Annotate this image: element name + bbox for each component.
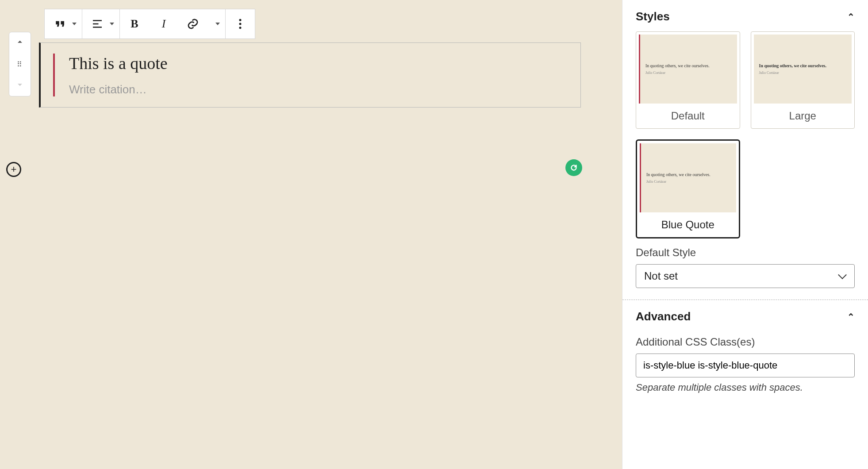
css-classes-label: Additional CSS Class(es) — [636, 336, 855, 348]
grammarly-icon — [569, 163, 579, 173]
style-preview: In quoting others, we cite ourselves. Ju… — [639, 35, 737, 104]
style-option-label: Blue Quote — [661, 212, 714, 234]
style-option-label: Default — [671, 104, 705, 126]
settings-sidebar: Styles ⌃ In quoting others, we cite ours… — [622, 0, 868, 469]
italic-button[interactable]: I — [149, 9, 178, 38]
align-button[interactable] — [82, 9, 119, 38]
quote-inner: This is a quote — [53, 54, 565, 96]
block-type-quote-button[interactable] — [45, 9, 82, 38]
default-style-select[interactable]: Not set — [636, 264, 855, 288]
grammarly-badge[interactable] — [565, 159, 582, 176]
chevron-up-icon: ⌃ — [847, 12, 855, 22]
preview-quote: In quoting others, we cite ourselves. — [645, 63, 732, 68]
preview-cite: Julio Cortázar — [646, 180, 731, 184]
svg-point-0 — [239, 19, 242, 21]
advanced-panel-title: Advanced — [636, 310, 691, 323]
svg-point-1 — [239, 23, 242, 25]
style-options-grid: In quoting others, we cite ourselves. Ju… — [636, 31, 855, 238]
css-classes-help: Separate multiple classes with spaces. — [636, 382, 855, 393]
style-option-large[interactable]: In quoting others, we cite ourselves. Ju… — [751, 31, 855, 129]
editor-canvas: ⠿ B I — [0, 0, 622, 469]
block-toolbar: B I — [44, 9, 255, 39]
block-mover: ⠿ — [9, 32, 31, 96]
link-button[interactable] — [178, 9, 207, 38]
preview-cite: Julio Cortázar — [759, 71, 847, 75]
more-options-button[interactable] — [226, 9, 255, 38]
bold-button[interactable]: B — [120, 9, 149, 38]
style-preview: In quoting others, we cite ourselves. Ju… — [754, 35, 852, 104]
move-down-button[interactable] — [9, 75, 31, 96]
kebab-icon — [234, 17, 247, 31]
drag-handle-icon[interactable]: ⠿ — [9, 54, 31, 75]
default-style-label: Default Style — [636, 246, 855, 259]
quote-citation-input[interactable] — [69, 83, 565, 96]
advanced-panel-body: Additional CSS Class(es) Separate multip… — [622, 336, 868, 405]
more-rich-text-button[interactable] — [207, 9, 225, 38]
quote-icon — [53, 17, 66, 31]
style-option-label: Large — [789, 104, 816, 126]
style-option-blue-quote[interactable]: In quoting others, we cite ourselves. Ju… — [636, 139, 740, 238]
style-preview: In quoting others, we cite ourselves. Ju… — [640, 143, 736, 212]
style-option-default[interactable]: In quoting others, we cite ourselves. Ju… — [636, 31, 740, 129]
add-block-button[interactable]: + — [6, 162, 21, 177]
align-left-icon — [91, 17, 104, 31]
styles-panel-body: In quoting others, we cite ourselves. Ju… — [622, 31, 868, 300]
chevron-up-icon: ⌃ — [847, 311, 855, 322]
preview-quote: In quoting others, we cite ourselves. — [646, 172, 731, 177]
move-up-button[interactable] — [9, 32, 31, 54]
quote-text-input[interactable]: This is a quote — [69, 54, 565, 73]
plus-icon: + — [11, 165, 17, 174]
svg-point-2 — [239, 27, 242, 29]
styles-panel-title: Styles — [636, 10, 670, 23]
styles-panel-toggle[interactable]: Styles ⌃ — [622, 0, 868, 31]
default-style-value: Not set — [644, 270, 678, 282]
quote-block[interactable]: This is a quote — [39, 42, 581, 108]
preview-quote: In quoting others, we cite ourselves. — [759, 63, 847, 68]
preview-cite: Julio Cortázar — [645, 71, 732, 75]
advanced-panel-toggle[interactable]: Advanced ⌃ — [622, 300, 868, 331]
link-icon — [186, 17, 200, 31]
css-classes-input[interactable] — [636, 354, 855, 377]
